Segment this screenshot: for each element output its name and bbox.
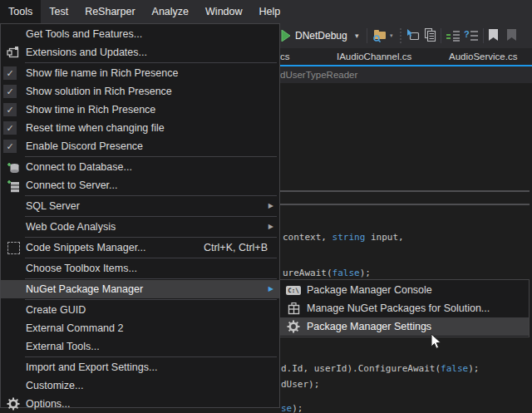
code-line: ureAwait(false); xyxy=(283,268,371,279)
menu-separator xyxy=(25,299,277,300)
shortcut-label: Ctrl+K, Ctrl+B xyxy=(204,242,279,253)
menu-item-show-solution[interactable]: ✓ Show solution in Rich Presence xyxy=(1,82,279,101)
checkmark-icon: ✓ xyxy=(3,66,17,80)
submenu-arrow-icon: ▶ xyxy=(268,202,273,209)
menu-separator xyxy=(25,278,277,279)
extensions-icon xyxy=(7,46,20,59)
menu-item-code-snippets-manager[interactable]: Code Snippets Manager... Ctrl+K, Ctrl+B xyxy=(1,238,279,257)
menu-item-choose-toolbox-items[interactable]: Choose Toolbox Items... xyxy=(1,259,279,278)
menubar: Tools Test ReSharper Analyze Window Help xyxy=(0,0,532,23)
database-add-icon xyxy=(7,160,21,175)
run-icon[interactable] xyxy=(281,30,291,42)
menu-item-enable-discord-presence[interactable]: ✓ Enable Discord Presence xyxy=(1,137,279,155)
bookmark-icon[interactable] xyxy=(489,29,499,42)
indent-icon[interactable] xyxy=(446,30,461,42)
menu-item-external-tools[interactable]: External Tools... xyxy=(1,337,279,356)
menu-item-customize[interactable]: Customize... xyxy=(1,376,279,395)
menubar-item-analyze[interactable]: Analyze xyxy=(144,0,197,23)
pane-splitter[interactable] xyxy=(280,204,530,205)
gear-icon xyxy=(7,397,20,411)
menu-item-reset-time[interactable]: ✓ Reset time when changing file xyxy=(1,119,279,137)
tab-iaudiochannel[interactable]: IAudioChannel.cs xyxy=(337,48,411,65)
menu-item-web-code-analysis[interactable]: Web Code Analysis ▶ xyxy=(1,218,279,236)
run-config-dropdown[interactable]: DNetDebug xyxy=(295,23,347,48)
menu-separator xyxy=(25,62,277,63)
code-line: context, string input, xyxy=(283,232,404,243)
menu-item-create-guid[interactable]: Create GUID xyxy=(1,301,279,319)
package-icon xyxy=(288,302,300,315)
submenu-item-manage-nuget-packages[interactable]: Manage NuGet Packages for Solution... xyxy=(280,299,529,317)
chevron-down-icon[interactable]: ▾ xyxy=(355,23,359,48)
checkmark-icon: ✓ xyxy=(3,103,17,116)
menubar-item-help[interactable]: Help xyxy=(251,0,289,23)
code-line: se); xyxy=(281,403,303,413)
menu-separator xyxy=(25,258,277,258)
server-add-icon xyxy=(7,179,21,193)
toolbar-grip[interactable] xyxy=(400,28,401,43)
menu-item-options[interactable]: Options... xyxy=(1,395,279,413)
bookmark-partial-icon[interactable] xyxy=(507,29,517,42)
menu-item-get-tools-and-features[interactable]: Get Tools and Features... xyxy=(1,25,279,43)
submenu-arrow-icon: ▶ xyxy=(268,285,273,293)
gear-icon xyxy=(287,320,300,333)
search-folder-icon[interactable] xyxy=(372,29,387,42)
code-line: d.Id, userId).ConfigureAwait(false); xyxy=(281,363,479,375)
menu-separator xyxy=(25,237,277,238)
menubar-item-window[interactable]: Window xyxy=(197,0,250,23)
submenu-item-package-manager-settings[interactable]: Package Manager Settings xyxy=(280,317,529,336)
checkmark-icon: ✓ xyxy=(3,121,17,135)
menu-separator xyxy=(25,156,277,157)
chevron-down-icon[interactable]: ▾ xyxy=(390,32,393,39)
toolbar-separator xyxy=(441,28,441,43)
menu-separator xyxy=(25,216,277,217)
vs-window: Tools Test ReSharper Analyze Window Help… xyxy=(0,0,532,413)
menu-item-show-file-name[interactable]: ✓ Show file name in Rich Presence xyxy=(1,64,279,82)
menu-item-connect-to-server[interactable]: Connect to Server... xyxy=(1,176,279,194)
smart-indent-icon[interactable]: ? xyxy=(464,28,479,43)
breadcrumb[interactable]: dUserTypeReader xyxy=(280,66,357,83)
navigate-cursor-icon[interactable] xyxy=(406,29,420,42)
menu-item-show-time[interactable]: ✓ Show time in Rich Presence xyxy=(1,101,279,119)
menu-separator xyxy=(25,195,277,196)
menu-item-external-command-2[interactable]: External Command 2 xyxy=(1,319,279,337)
mouse-cursor xyxy=(431,333,442,350)
copy-lines-icon[interactable] xyxy=(423,28,436,42)
tab-partial[interactable]: cs xyxy=(280,48,290,65)
menu-item-extensions-and-updates[interactable]: Extensions and Updates... xyxy=(1,43,279,61)
submenu-item-package-manager-console[interactable]: C:\ Package Manager Console xyxy=(280,281,529,299)
menu-item-import-export-settings[interactable]: Import and Export Settings... xyxy=(1,358,279,376)
code-line: dUser); xyxy=(281,379,319,391)
checkmark-icon: ✓ xyxy=(3,140,17,153)
menu-item-connect-to-database[interactable]: Connect to Database... xyxy=(1,158,279,176)
pane-splitter[interactable] xyxy=(280,190,530,192)
tab-audioservice[interactable]: AudioService.cs xyxy=(449,48,517,65)
submenu-arrow-icon: ▶ xyxy=(268,223,273,230)
menu-item-nuget-package-manager[interactable]: NuGet Package Manager ▶ xyxy=(1,280,279,298)
menubar-item-test[interactable]: Test xyxy=(41,0,76,23)
toolbar-separator xyxy=(483,28,484,43)
menu-item-sql-server[interactable]: SQL Server ▶ xyxy=(1,197,279,215)
menubar-item-resharper[interactable]: ReSharper xyxy=(76,0,143,23)
console-icon: C:\ xyxy=(286,286,301,295)
checkmark-icon: ✓ xyxy=(3,85,17,98)
menubar-item-tools[interactable]: Tools xyxy=(0,0,41,23)
snippets-icon xyxy=(7,242,20,254)
tools-menu: Get Tools and Features... Extensions and… xyxy=(0,23,280,408)
nuget-submenu: C:\ Package Manager Console Manage NuGet… xyxy=(279,279,530,337)
toolbar-separator xyxy=(367,28,367,43)
menu-separator xyxy=(25,356,277,357)
